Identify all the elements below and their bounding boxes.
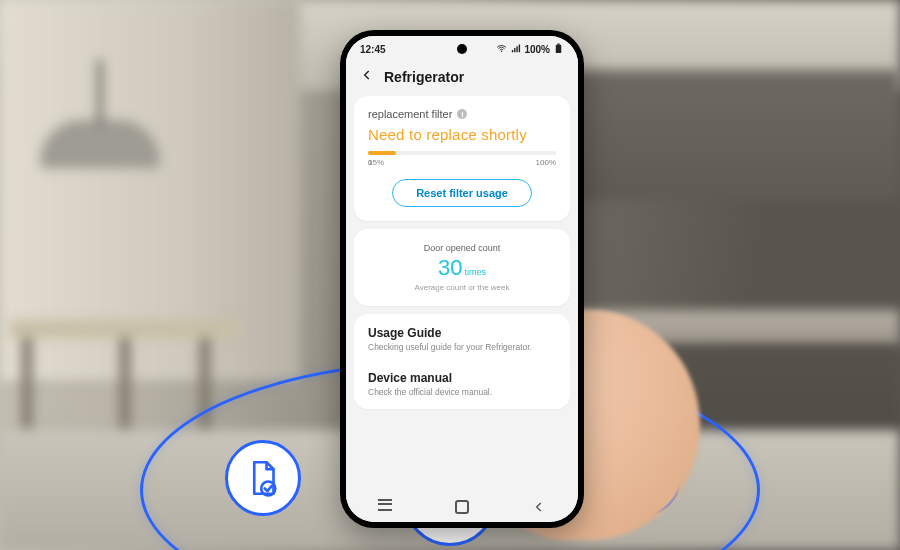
- battery-status-icon: [553, 43, 564, 56]
- phone-screen: 12:45 100%: [346, 36, 578, 522]
- title-bar: Refrigerator: [346, 62, 578, 96]
- back-button[interactable]: [360, 68, 374, 86]
- filter-progress-scale: 0 15% 100%: [368, 158, 556, 167]
- scale-max: 100%: [536, 158, 556, 167]
- bg-pendant-lamp: [40, 60, 160, 180]
- door-count-unit: times: [464, 267, 486, 277]
- document-check-icon: [225, 440, 301, 516]
- svg-rect-6: [557, 43, 560, 44]
- door-count-label: Door opened count: [368, 243, 556, 253]
- filter-progress-fill: [368, 151, 396, 155]
- svg-point-4: [501, 50, 502, 51]
- device-manual-sub: Check the official device manual.: [368, 387, 556, 397]
- door-count-card: Door opened count 30times Average count …: [354, 229, 570, 306]
- scale-mark: 15%: [368, 158, 384, 167]
- usage-guide-title: Usage Guide: [368, 326, 556, 340]
- filter-label: replacement filter: [368, 108, 452, 120]
- reset-filter-button[interactable]: Reset filter usage: [392, 179, 532, 207]
- nav-home-button[interactable]: [442, 500, 482, 514]
- svg-rect-3: [635, 471, 651, 492]
- device-manual-link[interactable]: Device manual Check the official device …: [354, 359, 570, 409]
- camera-punch-hole: [457, 44, 467, 54]
- android-nav-bar: [346, 492, 578, 522]
- usage-guide-sub: Checking useful guide for your Refrigera…: [368, 342, 556, 352]
- filter-status-text: Need to replace shortly: [368, 126, 556, 143]
- nav-recents-button[interactable]: [365, 503, 405, 511]
- door-count-value: 30: [438, 255, 462, 280]
- svg-rect-5: [556, 44, 562, 52]
- phone-frame: 12:45 100%: [340, 30, 584, 528]
- content-scroll[interactable]: replacement filter i Need to replace sho…: [346, 96, 578, 492]
- filter-progress-bar: [368, 151, 556, 155]
- usage-guide-link[interactable]: Usage Guide Checking useful guide for yo…: [354, 314, 570, 365]
- page-title: Refrigerator: [384, 69, 464, 85]
- status-time: 12:45: [360, 44, 386, 55]
- wifi-status-icon: [496, 43, 507, 56]
- door-count-sub: Average count or the week: [368, 283, 556, 292]
- usb-refresh-icon: [605, 440, 681, 516]
- nav-back-button[interactable]: [519, 500, 559, 514]
- filter-card: replacement filter i Need to replace sho…: [354, 96, 570, 221]
- info-icon[interactable]: i: [457, 109, 467, 119]
- device-manual-title: Device manual: [368, 371, 556, 385]
- promo-scene: 12:45 100%: [0, 0, 900, 550]
- signal-status-icon: [510, 43, 521, 56]
- battery-text: 100%: [524, 44, 550, 55]
